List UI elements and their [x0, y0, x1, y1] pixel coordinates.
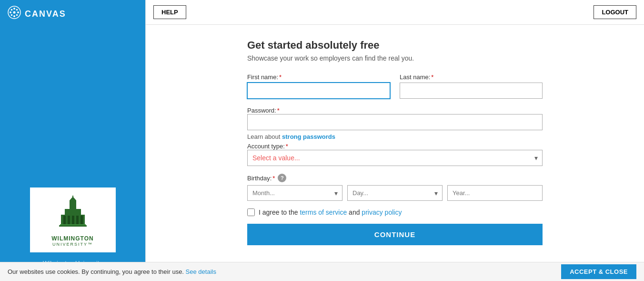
form-subtitle: Showcase your work so employers can find… — [247, 54, 543, 62]
see-details-link[interactable]: See details — [186, 268, 216, 275]
year-input[interactable] — [447, 185, 543, 201]
month-select[interactable]: Month... — [247, 185, 342, 201]
svg-rect-13 — [72, 216, 74, 225]
logout-button[interactable]: LOGOUT — [594, 5, 636, 19]
svg-rect-18 — [65, 209, 81, 216]
continue-button[interactable]: CONTINUE — [247, 224, 543, 245]
account-type-select[interactable]: Select a value... — [247, 150, 543, 166]
first-name-label: First name:* — [247, 73, 390, 81]
institution-name-sub: UNIVERSITY™ — [52, 242, 93, 247]
privacy-policy-link[interactable]: privacy policy — [362, 208, 402, 216]
terms-row: I agree to the terms of service and priv… — [247, 208, 543, 216]
password-input[interactable] — [247, 114, 543, 130]
birthday-label-row: Birthday:* ? — [247, 174, 543, 182]
last-name-input[interactable] — [400, 83, 543, 99]
svg-point-6 — [11, 9, 13, 11]
terms-text: I agree to the terms of service and priv… — [259, 208, 402, 216]
svg-point-4 — [10, 11, 11, 13]
sidebar: CANVAS — [0, 0, 145, 281]
cookie-bar: Our websites use cookies. By continuing,… — [0, 262, 644, 281]
institution-name: WILMINGTON — [51, 235, 93, 242]
year-wrapper — [447, 185, 543, 201]
strong-passwords-link[interactable]: strong passwords — [282, 133, 335, 140]
password-section: Password:* Learn about strong passwords — [247, 106, 543, 140]
terms-checkbox[interactable] — [247, 208, 255, 216]
password-label: Password:* — [247, 107, 280, 114]
institution-card: WILMINGTON UNIVERSITY™ — [30, 187, 116, 252]
form-title: Get started absolutely free — [247, 39, 543, 52]
birthday-help-icon[interactable]: ? — [278, 174, 286, 182]
svg-rect-17 — [59, 225, 87, 227]
account-type-label: Account type:* — [247, 143, 288, 150]
svg-rect-19 — [70, 200, 76, 210]
svg-rect-15 — [80, 216, 83, 225]
first-name-input[interactable] — [247, 83, 390, 99]
birthday-row: Month... ▾ Day... ▾ — [247, 185, 543, 201]
svg-point-8 — [16, 9, 18, 11]
day-wrapper: Day... ▾ — [347, 185, 443, 201]
svg-rect-12 — [68, 216, 70, 225]
birthday-label: Birthday:* — [247, 175, 275, 182]
accept-close-button[interactable]: ACCEPT & CLOSE — [561, 264, 636, 279]
canvas-logo-text: CANVAS — [25, 9, 66, 19]
svg-point-3 — [13, 15, 15, 17]
svg-point-1 — [13, 11, 16, 14]
svg-rect-21 — [72, 196, 73, 198]
birthday-section: Birthday:* ? Month... ▾ Day... — [247, 174, 543, 201]
top-bar: HELP LOGOUT — [146, 0, 644, 25]
svg-point-2 — [13, 8, 15, 10]
svg-point-9 — [11, 14, 13, 16]
help-button[interactable]: HELP — [153, 5, 186, 19]
month-wrapper: Month... ▾ — [247, 185, 342, 201]
password-hint: Learn about strong passwords — [247, 133, 543, 140]
terms-of-service-link[interactable]: terms of service — [300, 208, 347, 216]
last-name-field: Last name:* — [400, 73, 543, 99]
svg-rect-14 — [76, 216, 79, 225]
canvas-logo-icon — [8, 6, 21, 22]
sidebar-header: CANVAS — [0, 0, 145, 28]
cookie-text: Our websites use cookies. By continuing,… — [8, 268, 216, 275]
main-content: HELP LOGOUT Get started absolutely free … — [145, 0, 644, 281]
form-area: Get started absolutely free Showcase you… — [228, 25, 562, 281]
svg-point-5 — [17, 11, 19, 13]
institution-logo-box — [54, 193, 92, 231]
svg-rect-11 — [63, 216, 66, 225]
account-type-wrapper: Select a value... ▾ — [247, 150, 543, 166]
svg-point-7 — [16, 14, 18, 16]
day-select[interactable]: Day... — [347, 185, 443, 201]
account-type-section: Account type:* Select a value... ▾ — [247, 142, 543, 166]
first-name-field: First name:* — [247, 73, 390, 99]
name-row: First name:* Last name:* — [247, 73, 543, 99]
last-name-label: Last name:* — [400, 73, 543, 81]
